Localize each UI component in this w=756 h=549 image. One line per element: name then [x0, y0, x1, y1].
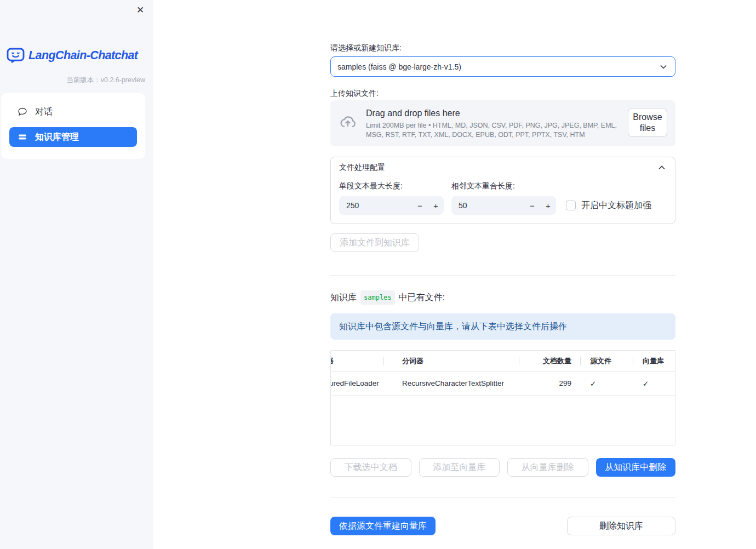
- check-icon: ✓: [643, 379, 649, 388]
- add-to-vector-store-button[interactable]: 添加至向量库: [419, 458, 500, 477]
- sidebar-nav: 对话 知识库管理: [1, 93, 145, 159]
- zh-title-enhance-checkbox[interactable]: 开启中文标题加强: [566, 196, 651, 215]
- logo-text: LangChain-Chatchat: [28, 49, 138, 62]
- expander-title: 文件处理配置: [339, 163, 385, 173]
- add-files-to-kb-button[interactable]: 添加文件到知识库: [330, 233, 419, 252]
- download-selected-button[interactable]: 下载选中文档: [330, 458, 411, 477]
- file-dropzone[interactable]: Drag and drop files here Limit 200MB per…: [330, 100, 675, 146]
- kb-heading-suffix: 中已有文件:: [399, 291, 445, 304]
- chevron-up-icon: [657, 163, 667, 173]
- plus-stepper-icon[interactable]: +: [540, 196, 556, 215]
- sidebar: ✕ LangChain-Chatchat 当前版本：v0.2.6-preview…: [0, 0, 153, 549]
- cell-splitter: RecursiveCharacterTextSplitter: [383, 371, 519, 395]
- delete-from-kb-button[interactable]: 从知识库中删除: [596, 458, 676, 477]
- minus-stepper-icon[interactable]: −: [524, 196, 540, 215]
- kb-select-label: 请选择或新建知识库:: [330, 42, 675, 53]
- table-header-vector-store: 向量库: [633, 351, 675, 371]
- zh-title-enhance-label: 开启中文标题加强: [581, 200, 651, 211]
- kb-select-value: samples (faiss @ bge-large-zh-v1.5): [337, 62, 461, 71]
- divider: [330, 497, 675, 498]
- chevron-down-icon: [658, 62, 668, 72]
- file-config-expander-header[interactable]: 文件处理配置: [331, 157, 675, 178]
- sidebar-item-label: 对话: [35, 106, 53, 118]
- info-alert-text: 知识库中包含源文件与向量库，请从下表中选择文件后操作: [339, 321, 567, 333]
- sidebar-item-label: 知识库管理: [35, 131, 79, 143]
- file-config-body: 单段文本最大长度: 250 − + 相邻文本重合长度: 50 − + 开启中文标…: [331, 178, 675, 224]
- chunk-size-value: 250: [346, 201, 412, 210]
- sidebar-item-dialogue[interactable]: 对话: [9, 102, 137, 122]
- logo: LangChain-Chatchat: [7, 48, 138, 64]
- info-alert: 知识库中包含源文件与向量库，请从下表中选择文件后操作: [330, 313, 675, 340]
- browse-files-button[interactable]: Browse files: [628, 108, 667, 137]
- chat-smiley-logo-icon: [7, 48, 25, 64]
- table-header-source-file: 源文件: [580, 351, 633, 371]
- close-sidebar-icon[interactable]: ✕: [134, 3, 147, 16]
- version-text: 当前版本：v0.2.6-preview: [66, 76, 145, 85]
- list-icon: [18, 133, 27, 142]
- dropzone-limit-text: Limit 200MB per file • HTML, MD, JSON, C…: [366, 121, 619, 139]
- minus-stepper-icon[interactable]: −: [412, 196, 428, 215]
- upload-label: 上传知识文件:: [330, 88, 675, 99]
- overlap-size-label: 相邻文本重合长度:: [451, 180, 556, 191]
- cloud-upload-icon: [339, 113, 357, 132]
- table-row[interactable]: uredFileLoader RecursiveCharacterTextSpl…: [331, 371, 675, 396]
- kb-files-heading: 知识库 samples 中已有文件:: [330, 290, 675, 305]
- table-header-splitter: 分词器: [383, 351, 519, 371]
- plus-stepper-icon[interactable]: +: [428, 196, 444, 215]
- delete-from-vector-store-button[interactable]: 从向量库删除: [507, 458, 588, 477]
- sidebar-item-kb-management[interactable]: 知识库管理: [9, 127, 137, 147]
- dropzone-text: Drag and drop files here Limit 200MB per…: [366, 108, 619, 139]
- rebuild-vector-store-button[interactable]: 依据源文件重建向量库: [330, 517, 436, 535]
- overlap-size-input[interactable]: 50 − +: [451, 196, 556, 215]
- table-header-loader: 器: [331, 351, 383, 371]
- checkbox-icon: [566, 201, 576, 210]
- file-config-expander: 文件处理配置 单段文本最大长度: 250 − + 相邻文本重合长度: 50: [330, 157, 675, 224]
- chunk-size-label: 单段文本最大长度:: [339, 180, 444, 191]
- divider: [330, 275, 675, 276]
- dropzone-title: Drag and drop files here: [366, 108, 619, 119]
- cell-docs-count: 299: [519, 371, 580, 395]
- table-header-row: 器 分词器 文档数量 源文件 向量库: [331, 351, 675, 371]
- kb-heading-prefix: 知识库: [330, 291, 357, 304]
- kb-select[interactable]: samples (faiss @ bge-large-zh-v1.5): [330, 56, 675, 77]
- cell-source-file-check: ✓: [580, 371, 633, 395]
- check-icon: ✓: [590, 379, 596, 388]
- kb-name-code-chip: samples: [360, 290, 395, 305]
- table-header-docs-count: 文档数量: [519, 351, 580, 371]
- files-table[interactable]: 器 分词器 文档数量 源文件 向量库 uredFileLoader Recurs…: [330, 350, 675, 445]
- file-actions-row: 下载选中文档 添加至向量库 从向量库删除 从知识库中删除: [330, 458, 675, 477]
- chunk-size-input[interactable]: 250 − +: [339, 196, 444, 215]
- main-content: 请选择或新建知识库: samples (faiss @ bge-large-zh…: [330, 0, 675, 535]
- cell-loader: uredFileLoader: [331, 371, 383, 395]
- chat-bubble-icon: [18, 107, 27, 117]
- cell-vector-store-check: ✓: [633, 371, 675, 395]
- delete-kb-button[interactable]: 删除知识库: [567, 517, 675, 535]
- kb-actions-row: 依据源文件重建向量库 删除知识库: [330, 517, 675, 535]
- overlap-size-value: 50: [459, 201, 524, 210]
